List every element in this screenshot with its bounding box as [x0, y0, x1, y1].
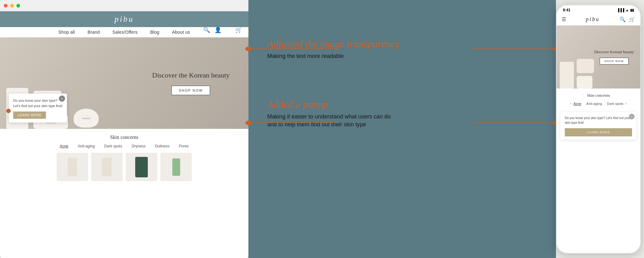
- mobile-device-mockup: 9:41 ▐▐▐ ▲ ▮▮ ☰ pibu 🔍 🛒 Discover Korean…: [556, 5, 641, 254]
- mobile-hero-cta-button[interactable]: SHOP NOW: [600, 58, 629, 65]
- mobile-wifi-icon: ▲: [625, 8, 629, 12]
- mobile-skin-concerns-section: Skin concerns ‹ Acne Anti-aging Dark spo…: [557, 89, 640, 109]
- mobile-menu-icon[interactable]: ☰: [562, 16, 566, 22]
- skin-concerns-tabs: Acne Anti-aging Dark spots Dryness Dulln…: [6, 144, 242, 148]
- product-thumb-3[interactable]: [126, 153, 157, 181]
- nav-brand[interactable]: Brand: [87, 30, 100, 35]
- mobile-tab-anti-aging[interactable]: Anti-aging: [586, 102, 602, 106]
- hero-content: Discover the Korean beauty SHOP NOW: [152, 71, 230, 95]
- tab-pores[interactable]: Pores: [179, 144, 189, 148]
- skin-type-popup: × Do you know your skin type? Let's find…: [9, 94, 67, 123]
- product-thumbnails-row: [6, 153, 242, 181]
- mobile-hero-section: Discover Korean beauty SHOP NOW: [557, 26, 640, 89]
- browser-chrome: [0, 0, 248, 11]
- mobile-jar-tall: [560, 62, 574, 89]
- nav-shop-all[interactable]: Shop all: [58, 30, 75, 35]
- annotation-panel: Adjusted the image transparency Making t…: [248, 0, 556, 258]
- nav-sales[interactable]: Sales/Offers: [112, 30, 137, 35]
- desktop-browser: pibu 🔍 👤 ♡ 🛒 Shop all Brand Sales/Offers…: [0, 0, 248, 258]
- cart-icon[interactable]: 🛒: [235, 26, 242, 33]
- hero-section: mixsoon 한숙·준혜 mixsoon Skin Cream mixsoon…: [0, 37, 248, 129]
- mobile-battery-icon: ▮▮: [630, 8, 634, 12]
- tab-dark-spots[interactable]: Dark spots: [104, 144, 122, 148]
- mobile-jars-stack: [577, 59, 594, 89]
- tab-dryness[interactable]: Dryness: [132, 144, 146, 148]
- product-thumb-1[interactable]: [57, 153, 88, 181]
- browser-dot-close[interactable]: [4, 4, 8, 8]
- product-jar-round: mixsoon: [74, 109, 99, 128]
- mobile-status-bar: 9:41 ▐▐▐ ▲ ▮▮: [557, 5, 640, 14]
- popup-learn-more-button[interactable]: LEARN MORE: [13, 112, 46, 119]
- popup-indicator-dot: [6, 109, 11, 113]
- hero-title: Discover the Korean beauty: [152, 71, 230, 79]
- mobile-popup-text: Do you know your skin type? Let's find o…: [565, 116, 632, 125]
- mobile-tab-items: Acne Anti-aging Dark spots: [573, 102, 623, 106]
- popup-text: Do you know your skin type? Let's find o…: [13, 98, 63, 108]
- mobile-hero-content: Discover Korean beauty SHOP NOW: [594, 49, 634, 65]
- hero-cta-button[interactable]: SHOP NOW: [171, 86, 210, 95]
- annotation-desc-2: Making it easier to understand what user…: [267, 113, 399, 129]
- mobile-site-logo: pibu: [586, 16, 600, 23]
- product-thumb-4[interactable]: [160, 153, 192, 181]
- annotation-block-transparency: Adjusted the image transparency Making t…: [267, 38, 537, 60]
- annotation-title-1: Adjusted the image transparency: [267, 38, 537, 50]
- mobile-bars-icon: ▐▐▐: [617, 8, 624, 12]
- header-icons: 🔍 👤 ♡ 🛒: [203, 26, 242, 33]
- mobile-hero-title: Discover Korean beauty: [594, 49, 634, 54]
- popup-close-button[interactable]: ×: [59, 95, 65, 102]
- site-header: pibu 🔍 👤 ♡ 🛒: [0, 11, 248, 27]
- mobile-skin-type-popup: × Do you know your skin type? Let's find…: [560, 112, 636, 140]
- tab-acne[interactable]: Acne: [60, 144, 68, 148]
- account-icon[interactable]: 👤: [214, 26, 221, 33]
- mobile-popup-learn-more-button[interactable]: LEARN MORE: [565, 128, 632, 136]
- mobile-site-header: ☰ pibu 🔍 🛒: [557, 14, 640, 26]
- browser-dot-fullscreen[interactable]: [16, 4, 20, 8]
- mobile-header-actions: 🔍 🛒: [619, 16, 635, 22]
- annotation-desc-1: Making the text more readable: [267, 52, 399, 60]
- mobile-cart-icon[interactable]: 🛒: [629, 16, 635, 22]
- mobile-signal-icons: ▐▐▐ ▲ ▮▮: [617, 8, 634, 12]
- nav-about[interactable]: About us: [172, 30, 190, 35]
- nav-blog[interactable]: Blog: [150, 30, 159, 35]
- product-thumb-2[interactable]: [91, 153, 123, 181]
- site-logo: pibu: [114, 14, 134, 24]
- mobile-hero-products: [560, 59, 594, 89]
- skin-concerns-section: Skin concerns Acne Anti-aging Dark spots…: [0, 129, 248, 184]
- search-icon[interactable]: 🔍: [203, 26, 210, 33]
- wishlist-icon[interactable]: ♡: [226, 26, 231, 33]
- mobile-tab-dark-spots[interactable]: Dark spots: [607, 102, 624, 106]
- tab-dullness[interactable]: Dullness: [155, 144, 169, 148]
- mobile-popup-close-button[interactable]: ×: [629, 114, 635, 119]
- mobile-tabs-next-arrow[interactable]: ›: [624, 101, 629, 106]
- mobile-time: 9:41: [563, 8, 570, 12]
- annotation-title-2: Added a popup: [267, 98, 537, 110]
- mobile-tabs-prev-arrow[interactable]: ‹: [568, 101, 574, 106]
- mobile-skin-concerns-tabs: ‹ Acne Anti-aging Dark spots ›: [562, 101, 635, 106]
- mobile-jar-wide: [577, 59, 594, 73]
- mobile-tab-acne[interactable]: Acne: [573, 102, 581, 106]
- tab-anti-aging[interactable]: Anti-aging: [78, 144, 95, 148]
- mobile-jar-flat: [577, 76, 592, 89]
- mobile-search-icon[interactable]: 🔍: [619, 16, 626, 22]
- annotation-block-popup: Added a popup Making it easier to unders…: [267, 98, 537, 129]
- skin-concerns-title: Skin concerns: [6, 135, 242, 140]
- mobile-skin-concerns-title: Skin concerns: [562, 93, 635, 98]
- browser-dot-minimize[interactable]: [10, 4, 14, 8]
